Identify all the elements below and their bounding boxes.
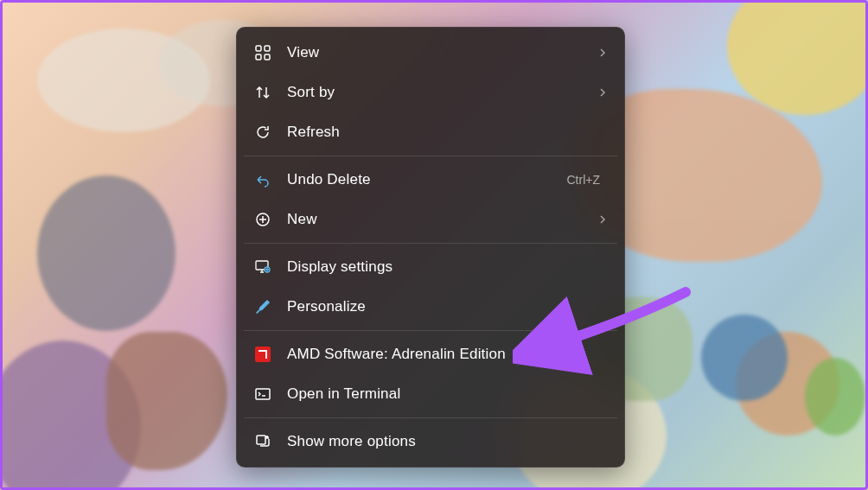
sort-by-menu-item[interactable]: Sort by xyxy=(242,73,619,112)
menu-label: Personalize xyxy=(287,298,607,315)
menu-label: Display settings xyxy=(287,258,607,276)
menu-separator xyxy=(244,156,617,156)
personalize-menu-item[interactable]: Personalize xyxy=(242,287,619,327)
menu-label: Refresh xyxy=(287,124,607,141)
svg-rect-0 xyxy=(256,46,261,51)
menu-label: Sort by xyxy=(287,84,598,101)
show-more-options-menu-item[interactable]: Show more options xyxy=(242,422,619,461)
desktop-context-menu: View Sort by Refresh Undo Dele xyxy=(236,27,625,468)
menu-label: New xyxy=(287,211,598,228)
chevron-right-icon xyxy=(598,46,607,60)
wallpaper-decoration xyxy=(701,315,788,401)
svg-rect-3 xyxy=(265,54,270,60)
menu-label: Undo Delete xyxy=(287,171,567,188)
svg-rect-7 xyxy=(256,389,270,399)
new-menu-item[interactable]: New xyxy=(242,200,619,239)
menu-label: View xyxy=(287,44,598,61)
undo-delete-menu-item[interactable]: Undo Delete Ctrl+Z xyxy=(242,160,619,200)
display-settings-menu-item[interactable]: Display settings xyxy=(242,247,619,287)
more-options-icon xyxy=(254,433,271,450)
menu-separator xyxy=(244,243,617,244)
chevron-right-icon xyxy=(598,86,607,99)
wallpaper-decoration xyxy=(37,175,176,331)
menu-separator xyxy=(244,330,617,331)
menu-label: Show more options xyxy=(287,433,607,450)
wallpaper-decoration xyxy=(106,332,227,470)
undo-icon xyxy=(254,171,271,188)
paintbrush-icon xyxy=(254,298,271,315)
terminal-icon xyxy=(254,385,271,403)
amd-icon xyxy=(254,346,271,363)
display-settings-icon xyxy=(254,258,271,276)
refresh-icon xyxy=(254,124,271,141)
menu-shortcut: Ctrl+Z xyxy=(567,173,601,187)
menu-label: Open in Terminal xyxy=(287,385,607,403)
sort-icon xyxy=(254,84,271,101)
svg-rect-2 xyxy=(256,54,261,60)
menu-label: AMD Software: Adrenalin Edition xyxy=(287,346,607,363)
plus-circle-icon xyxy=(254,211,271,228)
menu-separator xyxy=(244,417,617,418)
wallpaper-decoration xyxy=(805,358,865,436)
svg-rect-1 xyxy=(265,46,270,51)
view-grid-icon xyxy=(254,44,271,61)
chevron-right-icon xyxy=(598,213,607,226)
svg-rect-8 xyxy=(257,436,265,444)
amd-software-menu-item[interactable]: AMD Software: Adrenalin Edition xyxy=(242,334,619,374)
refresh-menu-item[interactable]: Refresh xyxy=(242,112,619,152)
open-terminal-menu-item[interactable]: Open in Terminal xyxy=(242,374,619,414)
wallpaper-decoration xyxy=(727,0,868,115)
view-menu-item[interactable]: View xyxy=(242,33,619,73)
